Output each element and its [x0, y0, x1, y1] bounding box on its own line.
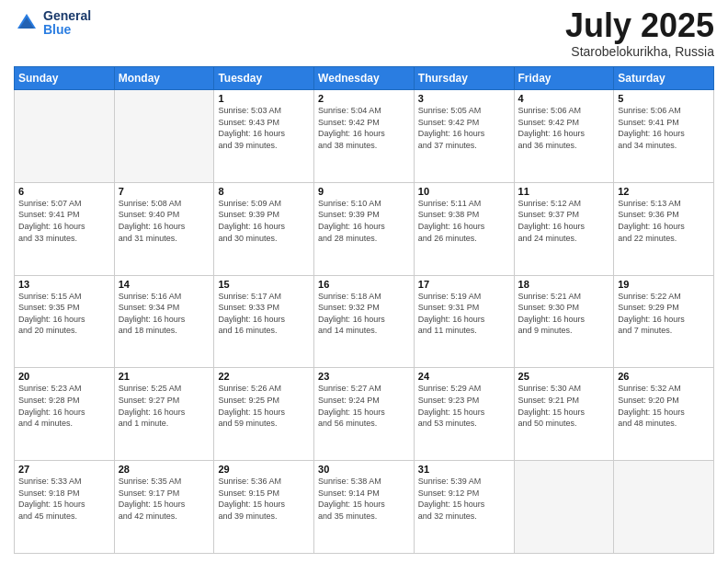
calendar-cell: 16Sunrise: 5:18 AM Sunset: 9:32 PM Dayli… [314, 275, 415, 368]
day-info: Sunrise: 5:09 AM Sunset: 9:39 PM Dayligh… [218, 198, 310, 244]
day-number: 1 [218, 93, 310, 104]
day-number: 27 [18, 464, 110, 475]
calendar-cell [614, 461, 714, 554]
calendar-cell [15, 90, 115, 183]
day-number: 24 [418, 371, 510, 382]
day-info: Sunrise: 5:35 AM Sunset: 9:17 PM Dayligh… [119, 476, 210, 522]
day-number: 26 [618, 371, 710, 382]
calendar-cell: 5Sunrise: 5:06 AM Sunset: 9:41 PM Daylig… [614, 90, 714, 183]
day-number: 5 [618, 93, 710, 104]
page: General Blue July 2025 Starobelokurikha,… [0, 0, 728, 563]
calendar-header-row: SundayMondayTuesdayWednesdayThursdayFrid… [15, 67, 714, 90]
calendar-cell: 27Sunrise: 5:33 AM Sunset: 9:18 PM Dayli… [15, 461, 115, 554]
day-number: 31 [418, 464, 510, 475]
calendar-cell [114, 90, 214, 183]
day-number: 28 [119, 464, 210, 475]
day-number: 19 [618, 279, 710, 290]
month-title: July 2025 [565, 9, 714, 42]
calendar-week-5: 27Sunrise: 5:33 AM Sunset: 9:18 PM Dayli… [15, 461, 714, 554]
day-number: 6 [18, 186, 110, 197]
calendar-week-3: 13Sunrise: 5:15 AM Sunset: 9:35 PM Dayli… [15, 275, 714, 368]
day-number: 13 [18, 279, 110, 290]
subtitle: Starobelokurikha, Russia [565, 44, 714, 59]
day-info: Sunrise: 5:26 AM Sunset: 9:25 PM Dayligh… [218, 383, 310, 429]
calendar-cell: 19Sunrise: 5:22 AM Sunset: 9:29 PM Dayli… [614, 275, 714, 368]
header: General Blue July 2025 Starobelokurikha,… [14, 9, 714, 59]
calendar-cell: 31Sunrise: 5:39 AM Sunset: 9:12 PM Dayli… [414, 461, 514, 554]
calendar-cell: 9Sunrise: 5:10 AM Sunset: 9:39 PM Daylig… [314, 182, 415, 275]
day-info: Sunrise: 5:38 AM Sunset: 9:14 PM Dayligh… [318, 476, 410, 522]
day-info: Sunrise: 5:15 AM Sunset: 9:35 PM Dayligh… [18, 291, 110, 337]
day-number: 15 [218, 279, 310, 290]
calendar-cell: 4Sunrise: 5:06 AM Sunset: 9:42 PM Daylig… [514, 90, 614, 183]
calendar-cell: 28Sunrise: 5:35 AM Sunset: 9:17 PM Dayli… [114, 461, 214, 554]
day-info: Sunrise: 5:18 AM Sunset: 9:32 PM Dayligh… [318, 291, 410, 337]
day-header-monday: Monday [114, 67, 214, 90]
calendar-cell: 17Sunrise: 5:19 AM Sunset: 9:31 PM Dayli… [414, 275, 514, 368]
logo: General Blue [14, 9, 91, 38]
day-info: Sunrise: 5:27 AM Sunset: 9:24 PM Dayligh… [318, 383, 410, 429]
calendar-cell: 2Sunrise: 5:04 AM Sunset: 9:42 PM Daylig… [314, 90, 415, 183]
day-number: 2 [318, 93, 410, 104]
calendar-cell: 7Sunrise: 5:08 AM Sunset: 9:40 PM Daylig… [114, 182, 214, 275]
calendar-cell: 26Sunrise: 5:32 AM Sunset: 9:20 PM Dayli… [614, 368, 714, 461]
day-number: 4 [518, 93, 610, 104]
day-number: 25 [518, 371, 610, 382]
day-info: Sunrise: 5:33 AM Sunset: 9:18 PM Dayligh… [18, 476, 110, 522]
calendar-cell: 13Sunrise: 5:15 AM Sunset: 9:35 PM Dayli… [15, 275, 115, 368]
logo-text: General Blue [43, 9, 91, 38]
calendar-cell: 11Sunrise: 5:12 AM Sunset: 9:37 PM Dayli… [514, 182, 614, 275]
calendar-cell: 6Sunrise: 5:07 AM Sunset: 9:41 PM Daylig… [15, 182, 115, 275]
day-header-thursday: Thursday [414, 67, 514, 90]
calendar-week-1: 1Sunrise: 5:03 AM Sunset: 9:43 PM Daylig… [15, 90, 714, 183]
day-number: 8 [218, 186, 310, 197]
day-info: Sunrise: 5:16 AM Sunset: 9:34 PM Dayligh… [119, 291, 210, 337]
day-info: Sunrise: 5:06 AM Sunset: 9:42 PM Dayligh… [518, 105, 610, 151]
calendar-cell: 8Sunrise: 5:09 AM Sunset: 9:39 PM Daylig… [214, 182, 314, 275]
day-info: Sunrise: 5:23 AM Sunset: 9:28 PM Dayligh… [18, 383, 110, 429]
calendar-cell: 14Sunrise: 5:16 AM Sunset: 9:34 PM Dayli… [114, 275, 214, 368]
day-info: Sunrise: 5:32 AM Sunset: 9:20 PM Dayligh… [618, 383, 710, 429]
calendar-table: SundayMondayTuesdayWednesdayThursdayFrid… [14, 66, 714, 554]
day-info: Sunrise: 5:22 AM Sunset: 9:29 PM Dayligh… [618, 291, 710, 337]
day-info: Sunrise: 5:19 AM Sunset: 9:31 PM Dayligh… [418, 291, 510, 337]
calendar-cell: 24Sunrise: 5:29 AM Sunset: 9:23 PM Dayli… [414, 368, 514, 461]
day-number: 17 [418, 279, 510, 290]
day-info: Sunrise: 5:03 AM Sunset: 9:43 PM Dayligh… [218, 105, 310, 151]
calendar-cell: 18Sunrise: 5:21 AM Sunset: 9:30 PM Dayli… [514, 275, 614, 368]
day-info: Sunrise: 5:08 AM Sunset: 9:40 PM Dayligh… [119, 198, 210, 244]
day-info: Sunrise: 5:12 AM Sunset: 9:37 PM Dayligh… [518, 198, 610, 244]
calendar-cell: 20Sunrise: 5:23 AM Sunset: 9:28 PM Dayli… [15, 368, 115, 461]
day-header-wednesday: Wednesday [314, 67, 415, 90]
day-number: 12 [618, 186, 710, 197]
title-block: July 2025 Starobelokurikha, Russia [565, 9, 714, 59]
calendar-cell: 22Sunrise: 5:26 AM Sunset: 9:25 PM Dayli… [214, 368, 314, 461]
day-header-sunday: Sunday [15, 67, 115, 90]
day-number: 9 [318, 186, 410, 197]
calendar-cell: 1Sunrise: 5:03 AM Sunset: 9:43 PM Daylig… [214, 90, 314, 183]
day-number: 21 [119, 371, 210, 382]
day-number: 7 [119, 186, 210, 197]
day-info: Sunrise: 5:10 AM Sunset: 9:39 PM Dayligh… [318, 198, 410, 244]
day-header-saturday: Saturday [614, 67, 714, 90]
logo-general: General [43, 9, 91, 23]
day-number: 10 [418, 186, 510, 197]
calendar-cell: 29Sunrise: 5:36 AM Sunset: 9:15 PM Dayli… [214, 461, 314, 554]
day-number: 22 [218, 371, 310, 382]
day-number: 11 [518, 186, 610, 197]
calendar-cell: 15Sunrise: 5:17 AM Sunset: 9:33 PM Dayli… [214, 275, 314, 368]
calendar-cell: 3Sunrise: 5:05 AM Sunset: 9:42 PM Daylig… [414, 90, 514, 183]
day-info: Sunrise: 5:29 AM Sunset: 9:23 PM Dayligh… [418, 383, 510, 429]
day-number: 23 [318, 371, 410, 382]
day-info: Sunrise: 5:17 AM Sunset: 9:33 PM Dayligh… [218, 291, 310, 337]
day-info: Sunrise: 5:07 AM Sunset: 9:41 PM Dayligh… [18, 198, 110, 244]
day-number: 14 [119, 279, 210, 290]
day-info: Sunrise: 5:36 AM Sunset: 9:15 PM Dayligh… [218, 476, 310, 522]
calendar-cell: 23Sunrise: 5:27 AM Sunset: 9:24 PM Dayli… [314, 368, 415, 461]
day-header-tuesday: Tuesday [214, 67, 314, 90]
calendar-cell: 21Sunrise: 5:25 AM Sunset: 9:27 PM Dayli… [114, 368, 214, 461]
day-info: Sunrise: 5:25 AM Sunset: 9:27 PM Dayligh… [119, 383, 210, 429]
day-number: 20 [18, 371, 110, 382]
calendar-cell: 12Sunrise: 5:13 AM Sunset: 9:36 PM Dayli… [614, 182, 714, 275]
day-header-friday: Friday [514, 67, 614, 90]
